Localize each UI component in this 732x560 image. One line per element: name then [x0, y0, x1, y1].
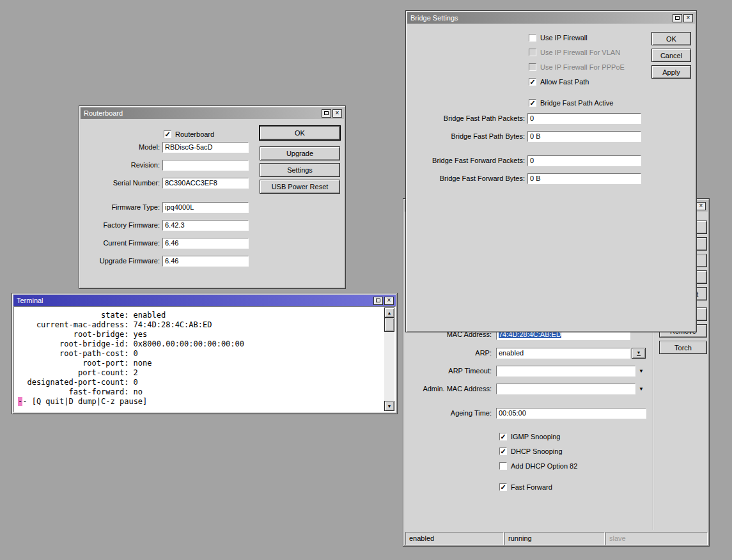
bridge-fast-path-bytes-label: Bridge Fast Path Bytes: [432, 131, 525, 142]
admin-mac-label: Admin. MAC Address: [406, 384, 492, 394]
checkbox-fast-forward[interactable]: ✓ Fast Forward [499, 483, 552, 492]
arp-timeout-input[interactable] [496, 366, 635, 377]
bridge-fast-forward-bytes-label: Bridge Fast Forward Bytes: [432, 173, 525, 184]
terminal-prompt: -- [Q quit|D dump|C-z pause] [18, 397, 381, 407]
bridge-fast-path-packets-value[interactable]: 0 [527, 113, 641, 124]
checkbox-box[interactable]: ✓ [529, 99, 536, 107]
serial-number-input[interactable]: 8C390ACC3EF8 [162, 178, 249, 189]
terminal-line: designated-port-count: 0 [18, 378, 381, 387]
terminal-line: fast-forward: no [18, 387, 381, 397]
checkbox-label: Use IP Firewall [540, 34, 588, 42]
firmware-type-input[interactable]: ipq4000L [162, 202, 249, 213]
checkbox-box[interactable]: ✓ [499, 447, 507, 455]
bridge-fast-forward-bytes-value[interactable]: 0 B [527, 173, 641, 184]
upgrade-button[interactable]: Upgrade [260, 146, 340, 160]
terminal-titlebar[interactable]: Terminal × [13, 295, 396, 306]
bridge-fast-path-bytes-value[interactable]: 0 B [527, 131, 641, 142]
apply-button[interactable]: Apply [651, 65, 691, 79]
checkbox-igmp-snooping[interactable]: ✓ IGMP Snooping [499, 432, 560, 441]
minimize-button[interactable] [673, 14, 682, 22]
checkbox-label: Allow Fast Path [540, 78, 589, 86]
terminal-line: port-count: 2 [18, 368, 381, 378]
arp-select[interactable]: enabled [496, 348, 630, 359]
bridge-settings-titlebar[interactable]: Bridge Settings × [407, 12, 695, 24]
minimize-button[interactable] [373, 297, 383, 305]
ageing-time-input[interactable]: 00:05:00 [496, 408, 646, 419]
window-title: Bridge Settings [410, 14, 671, 22]
checkbox-label: DHCP Snooping [511, 447, 563, 455]
model-input[interactable]: RBDiscG-5acD [162, 142, 249, 153]
scroll-up-button[interactable]: ▲ [384, 307, 394, 318]
serial-number-label: Serial Number: [84, 178, 160, 189]
usb-power-reset-button[interactable]: USB Power Reset [260, 180, 340, 194]
checkbox-box[interactable]: ✓ [529, 78, 536, 86]
checkbox-box [529, 63, 536, 71]
bridge-fast-path-packets-label: Bridge Fast Path Packets: [432, 113, 525, 124]
arp-timeout-dropdown-arrow-icon[interactable]: ▼ [639, 369, 644, 374]
checkmark-icon: ✓ [529, 100, 535, 107]
current-firmware-label: Current Firmware: [84, 238, 160, 249]
minimize-button[interactable] [322, 109, 331, 118]
checkmark-icon: ✓ [164, 131, 170, 138]
checkbox-label: Routerboard [175, 130, 214, 138]
routerboard-titlebar[interactable]: Routerboard × [81, 107, 344, 119]
ok-button[interactable]: OK [260, 126, 340, 140]
down-arrow-icon: ▼ [387, 404, 392, 408]
scrollbar-thumb[interactable] [384, 318, 394, 332]
checkbox-dhcp-snooping[interactable]: ✓ DHCP Snooping [499, 447, 563, 456]
checkbox-label: IGMP Snooping [511, 433, 560, 440]
bridge-fast-forward-packets-value[interactable]: 0 [527, 155, 641, 166]
checkbox-bridge-fast-path-active[interactable]: ✓ Bridge Fast Path Active [529, 98, 613, 107]
ok-button[interactable]: OK [651, 32, 691, 45]
up-arrow-icon: ▲ [387, 311, 392, 315]
cancel-button[interactable]: Cancel [651, 49, 691, 62]
minimize-icon [324, 111, 329, 115]
checkbox-use-ip-firewall[interactable]: Use IP Firewall [529, 33, 588, 42]
close-button[interactable]: × [683, 14, 693, 22]
checkmark-icon: ✓ [529, 79, 535, 86]
close-button[interactable]: × [384, 297, 394, 305]
minimize-icon [675, 16, 680, 20]
checkbox-box[interactable]: ✓ [499, 433, 507, 440]
terminal-line: current-mac-address: 74:4D:28:4C:AB:ED [18, 320, 381, 330]
close-button[interactable]: × [332, 109, 342, 118]
checkbox-box[interactable]: ✓ [499, 483, 507, 491]
checkmark-icon: ✓ [500, 433, 506, 440]
checkbox-label: Bridge Fast Path Active [540, 99, 613, 107]
checkbox-box[interactable] [529, 34, 536, 42]
checkbox-allow-fast-path[interactable]: ✓ Allow Fast Path [529, 77, 589, 86]
revision-input[interactable] [162, 160, 249, 171]
checkbox-box [529, 49, 536, 56]
admin-mac-input[interactable] [496, 384, 635, 394]
checkbox-add-dhcp-option-82[interactable]: Add DHCP Option 82 [499, 462, 577, 471]
factory-firmware-input[interactable]: 6.42.3 [162, 220, 249, 231]
dropdown-arrow-icon: ▼ [637, 350, 641, 356]
close-button[interactable]: × [696, 202, 706, 210]
checkbox-label: Use IP Firewall For VLAN [540, 49, 620, 56]
checkbox-label: Add DHCP Option 82 [511, 462, 577, 470]
checkbox-box[interactable]: ✓ [164, 130, 171, 138]
terminal-prompt-text: - [Q quit|D dump|C-z pause] [22, 397, 147, 406]
arp-dropdown-button[interactable]: ▼ [632, 348, 646, 359]
checkbox-routerboard[interactable]: ✓ Routerboard [164, 130, 214, 139]
revision-label: Revision: [84, 160, 160, 171]
arp-label: ARP: [406, 348, 492, 359]
terminal-line: root-bridge-id: 0x8000.00:00:00:00:00:00 [18, 339, 381, 349]
checkmark-icon: ✓ [500, 484, 506, 491]
upgrade-firmware-label: Upgrade Firmware: [84, 256, 160, 267]
desktop: × OK Cancel Apply Disable Comment Copy R… [0, 0, 732, 560]
terminal-line: state: enabled [18, 311, 381, 320]
admin-mac-dropdown-arrow-icon[interactable]: ▼ [639, 387, 644, 392]
close-icon: × [387, 297, 391, 304]
settings-button[interactable]: Settings [260, 163, 340, 177]
checkbox-box[interactable] [499, 462, 507, 470]
factory-firmware-label: Factory Firmware: [84, 220, 160, 231]
ageing-time-label: Ageing Time: [406, 408, 492, 419]
upgrade-firmware-input[interactable]: 6.46 [162, 256, 249, 267]
terminal-scrollbar[interactable]: ▲ ▼ [384, 307, 394, 411]
checkbox-label: Fast Forward [511, 483, 552, 491]
terminal-output[interactable]: state: enabled current-mac-address: 74:4… [13, 306, 396, 412]
current-firmware-input[interactable]: 6.46 [162, 238, 249, 249]
torch-button[interactable]: Torch [659, 341, 707, 354]
scroll-down-button[interactable]: ▼ [384, 401, 394, 411]
